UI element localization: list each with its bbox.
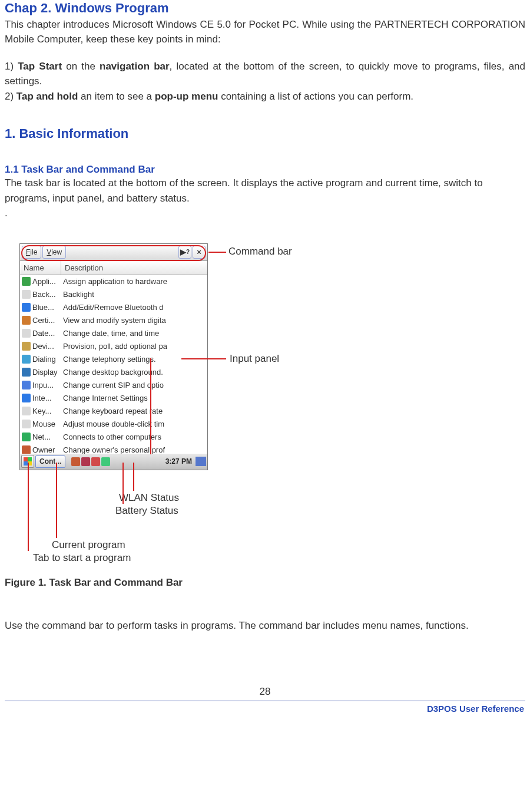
battery-icon[interactable] [91,457,100,466]
row-description: Add/Edit/Remove Bluetooth d [61,303,207,312]
list-item[interactable]: Inpu...Change current SIP and optio [20,379,207,392]
row-name-text: Mouse [32,420,55,428]
book-icon[interactable] [81,457,90,466]
command-bar: FFileile VViewiew ▶? × [20,244,207,261]
p2-prefix: 2) [5,91,16,102]
p2-b2: pop-up menu [155,91,218,102]
leader-command-bar [208,252,226,253]
section-title: 1. Basic Information [5,126,525,141]
row-name: Display [20,368,61,377]
row-name: Dialing [20,355,61,364]
list-header: Name Description [20,261,207,275]
row-description: Change Internet Settings [61,394,207,402]
clock[interactable]: 3:27 PM [165,457,192,466]
list-item[interactable]: MouseAdjust mouse double-click tim [20,418,207,431]
taskbar: Cont... 3:27 PM [20,454,207,470]
row-description: Adjust mouse double-click tim [61,420,207,428]
footer-reference: D3POS User Reference [5,701,525,714]
row-description: View and modify system digita [61,316,207,325]
list-item-icon [22,420,31,428]
file-menu[interactable]: FFileile [22,246,41,259]
row-name-text: Devi... [32,342,54,351]
row-name-text: Inpu... [32,381,54,390]
list-rows: Appli...Assign application to hardwareBa… [20,275,207,457]
row-name-text: Date... [32,329,55,338]
list-item-icon [22,329,31,338]
row-name: Back... [20,290,61,299]
leader-current-program [56,463,57,538]
label-command-bar: Command bar [228,246,292,258]
row-description: Change current SIP and optio [61,381,207,390]
list-item-icon [22,381,31,390]
keyboard-icon[interactable] [196,457,206,466]
p2-b1: Tap and hold [16,91,78,102]
close-icon[interactable]: × [193,246,206,259]
row-name-text: Net... [32,433,51,441]
wlan-icon[interactable] [101,457,110,466]
screenshot: FFileile VViewiew ▶? × Name Description … [19,243,208,470]
list-item-icon [22,342,31,351]
row-name: Devi... [20,342,61,351]
list-item[interactable]: DialingChange telephony settings. [20,353,207,366]
list-item-icon [22,277,31,286]
list-item-icon [22,433,31,441]
tray-icon-1[interactable] [71,457,80,466]
row-description: Backlight [61,290,207,299]
row-description: Assign application to hardware [61,277,207,286]
row-name: Key... [20,407,61,415]
list-item-icon [22,316,31,325]
p1-prefix: 1) [5,61,18,72]
row-description: Connects to other computers [61,433,207,441]
post-figure-text: Use the command bar to perform tasks in … [5,618,525,633]
list-item[interactable]: Date...Change date, time, and time [20,327,207,340]
list-item[interactable]: Appli...Assign application to hardware [20,275,207,288]
p2-m1: an item to see a [78,91,154,102]
chapter-title: Chap 2. Windows Program [5,0,525,17]
leader-input-panel-v [150,358,151,454]
list-item[interactable]: DisplayChange desktop background. [20,366,207,379]
row-name-text: Dialing [32,355,56,364]
label-tab-start: Tab to start a program [33,552,131,564]
list-item[interactable]: Net...Connects to other computers [20,431,207,444]
row-description: Change date, time, and time [61,329,207,338]
view-menu[interactable]: VViewiew [42,246,66,259]
point-1: 1) Tap Start on the navigation bar, loca… [5,59,525,89]
header-desc[interactable]: Description [61,261,207,275]
label-input-panel: Input panel [230,353,279,365]
row-name: Appli... [20,277,61,286]
row-description: Change desktop background. [61,368,207,377]
subsection-text: The task bar is located at the bottom of… [5,176,525,206]
p1-b1: Tap Start [18,61,62,72]
list-item[interactable]: Devi...Provision, poll, add optional pa [20,340,207,353]
row-name-text: Inte... [32,394,52,402]
current-program-button[interactable]: Cont... [35,455,65,468]
list-item[interactable]: Certi...View and modify system digita [20,314,207,327]
subsection-title: 1.1 Task Bar and Command Bar [5,164,525,176]
list-item[interactable]: Blue...Add/Edit/Remove Bluetooth d [20,301,207,314]
list-item-icon [22,290,31,299]
label-wlan: WLAN Status [119,492,179,504]
row-name: Blue... [20,303,61,312]
leader-battery [122,463,124,504]
list-item-icon [22,407,31,415]
row-description: Change telephony settings. [61,355,207,364]
row-name-text: Key... [32,407,51,415]
row-name-text: Back... [32,290,56,299]
row-name: Certi... [20,316,61,325]
row-name-text: Appli... [32,277,56,286]
list-item[interactable]: Key...Change keyboard repeat rate [20,405,207,418]
row-name-text: Certi... [32,316,55,325]
p1-m1: on the [62,61,100,72]
figure-caption: Figure 1. Task Bar and Command Bar [5,577,183,589]
p1-b2: navigation bar [100,61,170,72]
row-name: Inpu... [20,381,61,390]
list-item[interactable]: Inte...Change Internet Settings [20,392,207,405]
dot: . [5,206,525,221]
list-item-icon [22,394,31,402]
list-item-icon [22,303,31,312]
row-description: Change keyboard repeat rate [61,407,207,415]
row-name-text: Display [32,368,58,377]
list-item[interactable]: Back...Backlight [20,288,207,301]
header-name[interactable]: Name [20,261,61,275]
help-icon[interactable]: ▶? [178,246,191,259]
